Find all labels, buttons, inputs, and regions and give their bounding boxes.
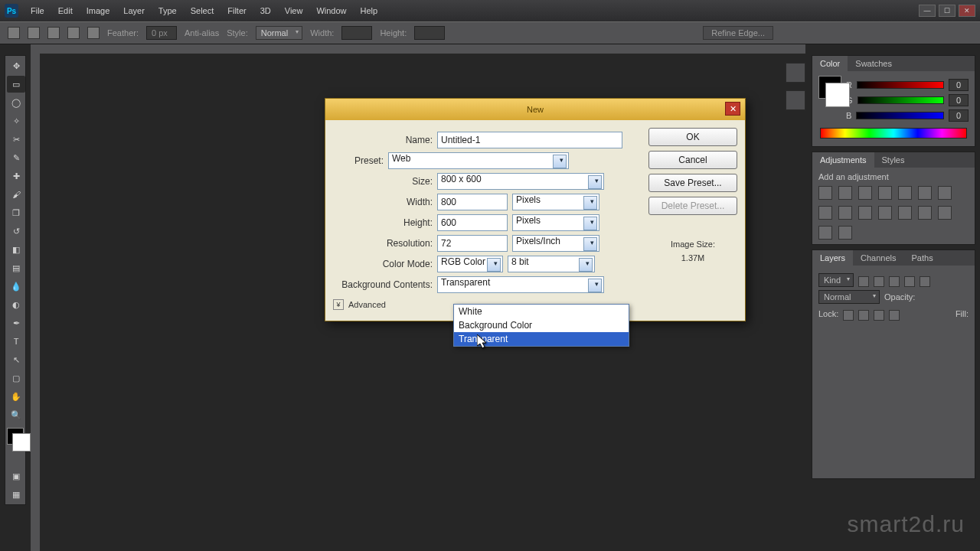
eraser-tool[interactable]: ◧ (7, 241, 25, 258)
marquee-mode-icon[interactable] (28, 27, 40, 39)
height-unit-dropdown[interactable]: Pixels (512, 214, 599, 231)
adj-icon[interactable] (918, 186, 932, 200)
opt-width-input[interactable] (341, 26, 372, 40)
close-window-button[interactable]: ✕ (959, 5, 975, 17)
tab-channels[interactable]: Channels (853, 250, 903, 266)
resolution-input[interactable] (437, 235, 508, 252)
path-tool[interactable]: ↖ (7, 351, 25, 368)
stamp-tool[interactable]: ❐ (7, 204, 25, 221)
filter-icon[interactable] (889, 276, 900, 287)
dialog-close-button[interactable]: ✕ (725, 102, 740, 116)
b-value[interactable]: 0 (949, 109, 969, 122)
width-unit-dropdown[interactable]: Pixels (512, 194, 599, 210)
bg-option-transparent[interactable]: Transparent (454, 332, 629, 346)
height-input[interactable] (437, 214, 508, 231)
adj-icon[interactable] (838, 206, 852, 220)
menu-3d[interactable]: 3D (254, 3, 277, 18)
blend-mode-dropdown[interactable]: Normal (818, 290, 880, 304)
marquee-add-icon[interactable] (47, 27, 60, 39)
tab-paths[interactable]: Paths (904, 250, 941, 266)
filter-icon[interactable] (858, 276, 869, 287)
style-dropdown[interactable]: Normal (256, 26, 302, 40)
lasso-tool[interactable]: ◯ (7, 94, 25, 111)
tab-styles[interactable]: Styles (874, 152, 913, 168)
type-tool[interactable]: T (7, 333, 25, 350)
wand-tool[interactable]: ✧ (7, 112, 25, 129)
tab-color[interactable]: Color (812, 56, 848, 71)
maximize-button[interactable]: ☐ (939, 5, 956, 17)
filter-icon[interactable] (920, 276, 930, 287)
cancel-button[interactable]: Cancel (648, 151, 737, 169)
quickmask-toggle[interactable]: ▣ (7, 468, 25, 484)
advanced-toggle[interactable]: ¥ (333, 299, 344, 310)
menu-image[interactable]: Image (80, 3, 116, 18)
bitdepth-dropdown[interactable]: 8 bit (508, 256, 595, 272)
bgcontents-dropdown[interactable]: Transparent (437, 276, 604, 293)
menu-filter[interactable]: Filter (221, 3, 252, 18)
pen-tool[interactable]: ✒ (7, 315, 25, 331)
bg-option-white[interactable]: White (454, 305, 629, 318)
adj-icon[interactable] (898, 206, 912, 220)
adj-icon[interactable] (838, 226, 852, 240)
lock-icon[interactable] (889, 310, 900, 321)
gradient-tool[interactable]: ▤ (7, 259, 25, 276)
adj-icon[interactable] (818, 226, 832, 240)
resolution-unit-dropdown[interactable]: Pixels/Inch (512, 235, 599, 252)
menu-view[interactable]: View (279, 3, 309, 18)
menu-edit[interactable]: Edit (52, 3, 79, 18)
history-brush-tool[interactable]: ↺ (7, 223, 25, 240)
menu-type[interactable]: Type (152, 3, 183, 18)
bg-option-bgcolor[interactable]: Background Color (454, 318, 629, 332)
g-slider[interactable] (858, 96, 944, 104)
dodge-tool[interactable]: ◐ (7, 296, 25, 313)
tab-swatches[interactable]: Swatches (848, 56, 900, 71)
adj-icon[interactable] (818, 186, 832, 200)
preset-dropdown[interactable]: Web (388, 152, 569, 169)
menu-file[interactable]: File (24, 3, 51, 18)
adj-icon[interactable] (898, 186, 912, 200)
shape-tool[interactable]: ▢ (7, 370, 25, 386)
foreground-background-swatch[interactable] (7, 428, 24, 445)
opt-height-input[interactable] (414, 26, 445, 40)
adj-icon[interactable] (878, 186, 892, 200)
heal-tool[interactable]: ✚ (7, 168, 25, 184)
filter-icon[interactable] (874, 276, 884, 287)
move-tool[interactable]: ✥ (7, 57, 25, 74)
size-dropdown[interactable]: 800 x 600 (437, 173, 604, 190)
adj-icon[interactable] (938, 186, 952, 200)
r-slider[interactable] (857, 81, 944, 89)
dock-icon-2[interactable] (786, 90, 805, 110)
crop-tool[interactable]: ✂ (7, 131, 25, 148)
adj-icon[interactable] (838, 186, 852, 200)
lock-icon[interactable] (874, 310, 884, 321)
adj-icon[interactable] (858, 206, 872, 220)
tool-preset-icon[interactable] (8, 27, 20, 39)
lock-icon[interactable] (858, 310, 869, 321)
adj-icon[interactable] (918, 206, 932, 220)
ok-button[interactable]: OK (648, 128, 737, 146)
minimize-button[interactable]: — (919, 5, 936, 17)
width-input[interactable] (437, 194, 508, 210)
save-preset-button[interactable]: Save Preset... (648, 174, 737, 192)
marquee-sub-icon[interactable] (67, 27, 80, 39)
filter-icon[interactable] (904, 276, 915, 287)
zoom-tool[interactable]: 🔍 (7, 406, 25, 423)
adj-icon[interactable] (858, 186, 872, 200)
b-slider[interactable] (856, 112, 944, 119)
hue-ramp[interactable] (820, 128, 967, 139)
marquee-tool[interactable]: ▭ (7, 76, 25, 93)
adj-icon[interactable] (878, 206, 892, 220)
menu-window[interactable]: Window (310, 3, 352, 18)
hand-tool[interactable]: ✋ (7, 388, 25, 405)
antialias-checkbox[interactable]: Anti-alias (185, 28, 219, 37)
tab-adjustments[interactable]: Adjustments (812, 152, 874, 168)
adj-icon[interactable] (938, 206, 952, 220)
color-swatch-icon[interactable] (818, 76, 841, 99)
delete-preset-button[interactable]: Delete Preset... (648, 197, 737, 215)
menu-select[interactable]: Select (185, 3, 220, 18)
brush-tool[interactable]: 🖌 (7, 186, 25, 203)
menu-help[interactable]: Help (354, 3, 384, 18)
feather-input[interactable]: 0 px (146, 26, 177, 40)
screenmode-toggle[interactable]: ▦ (7, 486, 25, 503)
menu-layer[interactable]: Layer (117, 3, 151, 18)
